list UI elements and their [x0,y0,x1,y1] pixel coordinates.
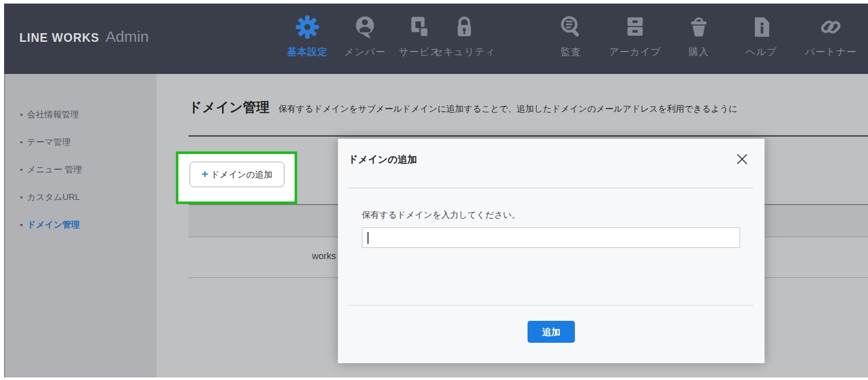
sidebar-item-label: 会社情報管理 [27,109,79,120]
sidebar-item-company-info[interactable]: 会社情報管理 [20,109,79,120]
audit-magnifier-icon [538,9,604,45]
bullet-icon [20,196,22,198]
annotation-highlight-box: + ドメインの追加 [176,151,297,204]
page-title: ドメイン管理 [189,99,269,115]
bullet-icon [20,114,22,116]
logo-admin: Admin [106,28,149,45]
modal-footer-divider [348,305,753,306]
nav-label: 監査 [538,45,604,59]
nav-label: セキュリティ [431,45,497,59]
logo-line-works: LINE WORKS [19,31,99,44]
plus-icon: + [202,169,208,180]
help-icon [728,9,795,45]
top-navbar: LINE WORKSAdmin 基本設定 [4,4,868,74]
partner-link-icon [798,9,864,45]
sidebar-item-label: ドメイン管理 [27,219,80,231]
bullet-icon [20,169,22,171]
add-domain-button-label: ドメインの追加 [211,169,272,181]
add-domain-modal: ドメインの追加 保有するドメインを入力してください。 追加 [338,139,765,363]
gear-icon [274,9,340,45]
sidebar-item-label: カスタムURL [27,191,80,203]
sidebar-item-menu[interactable]: メニュー 管理 [20,164,82,175]
add-domain-button[interactable]: + ドメインの追加 [190,162,284,187]
nav-item-help[interactable]: ヘルプ [728,9,795,70]
line-works-admin-logo[interactable]: LINE WORKSAdmin [19,28,149,45]
nav-item-basic-settings[interactable]: 基本設定 [274,9,340,70]
text-caret [367,232,369,244]
bullet-icon [20,224,22,226]
nav-item-purchase[interactable]: 購入 [666,9,732,70]
modal-title-divider [348,188,753,188]
nav-label: 購入 [666,45,732,59]
domain-name-partial: works [312,251,336,262]
bullet-icon [20,141,22,143]
modal-title: ドメインの追加 [348,153,417,166]
nav-item-security[interactable]: セキュリティ [431,9,497,70]
settings-sidebar: 会社情報管理 テーマ管理 メニュー 管理 カスタムURL ドメイン管理 [4,74,156,377]
purchase-basket-icon [666,9,732,45]
domain-input-label: 保有するドメインを入力してください。 [362,209,520,221]
add-submit-button[interactable]: 追加 [528,321,575,343]
nav-item-partner[interactable]: パートナー [798,9,864,70]
sidebar-item-custom-url[interactable]: カスタムURL [20,191,80,203]
title-underline [189,135,868,137]
sidebar-item-label: テーマ管理 [27,136,71,148]
domain-input[interactable] [362,227,740,248]
archive-icon [602,9,668,45]
sidebar-item-domain-management[interactable]: ドメイン管理 [20,219,80,231]
nav-item-archive[interactable]: アーカイブ [602,9,668,70]
nav-item-audit[interactable]: 監査 [538,9,604,70]
sidebar-item-label: メニュー 管理 [27,164,82,175]
nav-label: パートナー [798,45,864,59]
nav-label: 基本設定 [274,45,340,59]
security-lock-icon [431,9,497,45]
line-works-admin-window: LINE WORKSAdmin 基本設定 [0,0,868,380]
page-description: 保有するドメインをサブメールドメインに追加することで、追加したドメインのメールア… [278,104,737,114]
nav-label: ヘルプ [728,45,795,59]
nav-label: アーカイブ [602,45,668,59]
close-icon[interactable] [734,151,750,167]
sidebar-item-theme[interactable]: テーマ管理 [20,136,71,148]
